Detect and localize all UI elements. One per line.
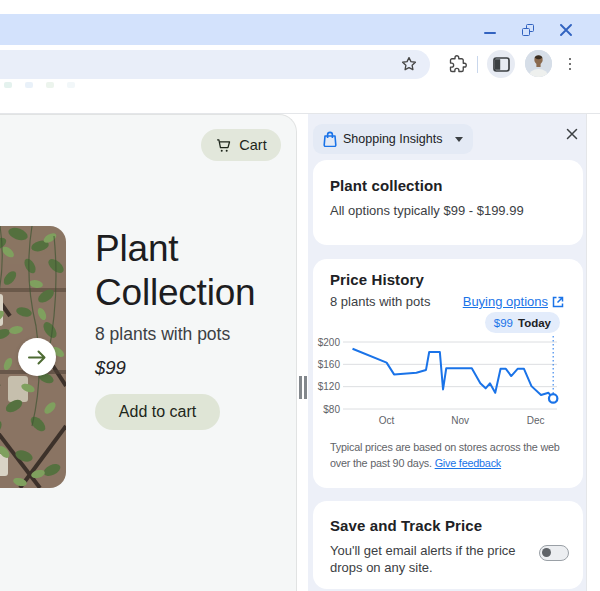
svg-text:$80: $80 [323, 404, 340, 415]
give-feedback-link[interactable]: Give feedback [435, 457, 501, 469]
external-link-icon [552, 296, 564, 308]
track-price-card: Save and Track Price You'll get email al… [313, 501, 583, 589]
cart-button-label: Cart [239, 137, 266, 153]
svg-text:$200: $200 [318, 337, 341, 348]
side-panel-selector[interactable]: Shopping Insights [313, 124, 473, 154]
svg-text:$160: $160 [318, 359, 341, 370]
panel-scrollbar-gutter[interactable] [586, 114, 600, 591]
price-history-subtitle: 8 plants with pots [330, 294, 430, 309]
price-history-chart: $200$160$120$80OctNovDec [317, 336, 569, 430]
price-history-card: Price History 8 plants with pots Buying … [313, 259, 583, 488]
summary-title: Plant collection [330, 177, 566, 194]
svg-text:Oct: Oct [379, 415, 395, 426]
bookmark-star-icon[interactable] [400, 55, 418, 77]
product-subtitle: 8 plants with pots [95, 324, 295, 345]
svg-text:Nov: Nov [451, 415, 469, 426]
cart-button[interactable]: Cart [201, 129, 281, 161]
track-price-body: You'll get email alerts if the price dro… [330, 542, 520, 576]
shopping-insights-panel: Shopping Insights Plant collection All o… [308, 114, 600, 591]
bookmarks-bar [4, 82, 75, 90]
toolbar-separator [477, 56, 478, 73]
svg-text:Dec: Dec [527, 415, 545, 426]
close-panel-button[interactable] [565, 127, 581, 143]
arrow-right-icon [28, 350, 46, 365]
window-titlebar [0, 14, 600, 45]
extensions-icon[interactable] [444, 50, 472, 78]
web-page: Cart [0, 114, 308, 591]
price-history-title: Price History [330, 271, 569, 288]
minimize-button[interactable] [484, 24, 496, 36]
track-price-title: Save and Track Price [330, 517, 569, 534]
side-panel-icon[interactable] [487, 50, 515, 78]
side-panel-title: Shopping Insights [343, 132, 442, 146]
profile-avatar[interactable] [525, 50, 552, 77]
product-title: Plant Collection [95, 227, 295, 315]
cart-icon [215, 137, 232, 154]
side-panel-resize-handle[interactable] [299, 376, 307, 399]
track-price-toggle[interactable] [539, 545, 569, 561]
add-to-cart-button[interactable]: Add to cart [95, 394, 220, 430]
buying-options-link[interactable]: Buying options [463, 294, 564, 309]
product-price: $99 [95, 357, 295, 379]
restore-button[interactable] [522, 24, 534, 36]
chart-footnote: Typical prices are based on stores acros… [330, 440, 580, 471]
address-bar[interactable] [0, 50, 430, 79]
summary-card: Plant collection All options typically $… [313, 160, 583, 245]
close-window-button[interactable] [560, 24, 572, 36]
svg-text:$120: $120 [318, 381, 341, 392]
summary-subtitle: All options typically $99 - $199.99 [330, 203, 566, 218]
browser-toolbar [0, 45, 600, 114]
shopping-bag-icon [323, 131, 337, 147]
next-image-button[interactable] [18, 338, 56, 376]
current-price-badge: $99 Today [485, 312, 560, 333]
chevron-down-icon [455, 137, 463, 142]
browser-menu-icon[interactable] [565, 54, 575, 74]
